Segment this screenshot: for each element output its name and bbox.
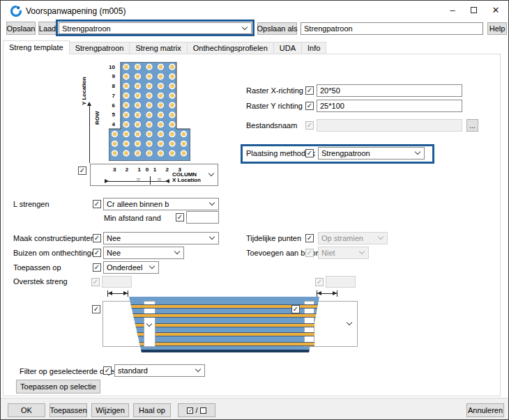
bestandsnaam-input bbox=[317, 119, 462, 132]
save-button[interactable]: Opslaan bbox=[6, 22, 36, 35]
strand-dot bbox=[181, 132, 187, 137]
pattern-checkbox[interactable] bbox=[78, 166, 86, 175]
tijdelijke-value: Op stramien bbox=[321, 234, 363, 242]
toggle-separator: / bbox=[195, 406, 197, 414]
tab-strip: Streng template Strengpatroon Streng mat… bbox=[3, 40, 326, 54]
l-strengen-checkbox[interactable] bbox=[93, 200, 101, 208]
maximize-icon[interactable] bbox=[464, 1, 483, 19]
preset-combobox[interactable]: Strengpatroon bbox=[59, 22, 252, 34]
min-afstand-input[interactable] bbox=[186, 211, 219, 224]
chevron-down-icon bbox=[347, 320, 352, 325]
browse-button[interactable]: ... bbox=[466, 119, 478, 132]
help-button[interactable]: Help bbox=[487, 22, 507, 35]
save-as-input[interactable]: Strengpatroon bbox=[301, 22, 483, 35]
strand-dot bbox=[158, 132, 164, 137]
toepassen-op-checkbox[interactable] bbox=[93, 263, 101, 272]
tab-info[interactable]: Info bbox=[301, 42, 326, 54]
strand-layer bbox=[304, 304, 314, 309]
toepassen-op-combobox[interactable]: Onderdeel bbox=[103, 261, 159, 274]
strand-layer bbox=[129, 342, 319, 346]
strand-dot bbox=[135, 84, 141, 89]
checked-box-icon bbox=[187, 407, 193, 414]
preset-combobox-value: Strengpatroon bbox=[62, 24, 111, 33]
l-strengen-combobox[interactable]: Cr alleen binnen b bbox=[103, 198, 219, 210]
raster-x-input[interactable]: 20*50 bbox=[317, 84, 462, 97]
raster-x-label: Raster X-richting bbox=[246, 86, 303, 95]
buizen-checkbox[interactable] bbox=[93, 249, 101, 257]
get-button[interactable]: Haal op bbox=[133, 403, 171, 417]
strand-dot bbox=[146, 102, 152, 108]
strand-dot bbox=[146, 141, 152, 146]
toggle-checkboxes-button[interactable]: / bbox=[178, 403, 215, 417]
filter-checkbox[interactable] bbox=[103, 366, 112, 375]
cancel-button[interactable]: Annuleren bbox=[466, 403, 504, 417]
raster-y-checkbox[interactable] bbox=[305, 102, 314, 110]
column-pattern-combobox[interactable]: 3 2 1 0 1 2 3 COLUMN X Location bbox=[90, 164, 218, 186]
buizen-value: Nee bbox=[107, 249, 121, 257]
dimension-arrow-right-icon bbox=[317, 290, 337, 297]
strand-dot bbox=[146, 93, 152, 99]
ok-button[interactable]: OK bbox=[8, 403, 45, 417]
strand-dot bbox=[146, 112, 152, 118]
load-button[interactable]: Laad bbox=[38, 22, 56, 35]
strand-dot bbox=[135, 102, 141, 108]
strand-dot bbox=[158, 122, 164, 127]
overstek-right-checkbox bbox=[315, 278, 324, 286]
strand-dot bbox=[123, 84, 129, 89]
plaatsing-combobox[interactable]: Strengpatroon bbox=[318, 147, 425, 160]
overstek-label: Overstek streng bbox=[13, 277, 68, 286]
tab-onthechtingsprofielen[interactable]: Onthechtingsprofielen bbox=[187, 42, 274, 54]
buizen-label: Buizen om onthechtingen bbox=[13, 249, 100, 258]
overstek-right-input bbox=[326, 276, 356, 288]
min-afstand-label: Min afstand rand bbox=[104, 214, 161, 223]
toevoegen-value: Niet bbox=[321, 249, 335, 257]
beam-inner-checkbox[interactable] bbox=[291, 305, 300, 313]
min-afstand-checkbox[interactable] bbox=[176, 213, 184, 221]
strand-dot bbox=[146, 84, 152, 89]
strand-dot bbox=[112, 150, 118, 156]
x-axis-label: X Location bbox=[172, 177, 201, 183]
filter-combobox[interactable]: standard bbox=[114, 364, 205, 377]
strand-dot bbox=[181, 141, 187, 146]
strand-dot bbox=[123, 64, 129, 70]
apply-to-selection-button[interactable]: Toepassen op selectie bbox=[16, 380, 100, 394]
strand-dot bbox=[169, 84, 175, 89]
plaatsing-value: Strengpatroon bbox=[321, 149, 370, 157]
title-bar[interactable]: Voorspanwapening (m005) – ✕ bbox=[1, 1, 508, 21]
buizen-combobox[interactable]: Nee bbox=[103, 247, 184, 259]
tab-uda[interactable]: UDA bbox=[273, 42, 302, 54]
strand-layer bbox=[144, 304, 155, 309]
l-strengen-label: L strengen bbox=[13, 200, 50, 209]
toevoegen-beton-checkbox bbox=[305, 249, 314, 257]
tijdelijke-punten-checkbox[interactable] bbox=[305, 234, 314, 242]
strand-dot bbox=[135, 122, 141, 127]
save-as-button[interactable]: Opslaan als bbox=[257, 22, 297, 35]
chevron-down-icon bbox=[415, 149, 420, 155]
strand-dot bbox=[123, 132, 129, 137]
strand-dot bbox=[169, 141, 175, 146]
maak-constructiepunten-checkbox[interactable] bbox=[93, 234, 101, 242]
strand-dot bbox=[135, 141, 141, 146]
close-icon[interactable]: ✕ bbox=[486, 1, 506, 19]
modify-button[interactable]: Wijzigen bbox=[91, 403, 129, 417]
tab-strengpatroon[interactable]: Strengpatroon bbox=[69, 42, 130, 54]
spacing-mark-icon bbox=[137, 178, 140, 179]
tab-streng-template[interactable]: Streng template bbox=[3, 40, 70, 54]
strand-dot bbox=[123, 112, 129, 118]
raster-x-checkbox[interactable] bbox=[305, 86, 314, 95]
beam-row-checkbox[interactable] bbox=[92, 305, 100, 313]
strand-dot bbox=[169, 150, 175, 156]
chevron-down-icon bbox=[195, 366, 201, 372]
strand-layer bbox=[304, 323, 314, 327]
maak-constructiepunten-combobox[interactable]: Nee bbox=[103, 232, 219, 244]
dimension-arrow-left-icon bbox=[107, 290, 128, 297]
minimize-icon[interactable]: – bbox=[443, 1, 462, 19]
tab-streng-matrix[interactable]: Streng matrix bbox=[129, 42, 187, 54]
strand-dot bbox=[135, 112, 141, 118]
strand-dot bbox=[146, 122, 152, 127]
raster-y-input[interactable]: 25*100 bbox=[317, 100, 462, 112]
plaatsing-checkbox[interactable] bbox=[305, 149, 314, 157]
apply-button[interactable]: Toepassen bbox=[50, 403, 87, 417]
strand-dot bbox=[123, 74, 129, 79]
strand-dot bbox=[146, 150, 152, 156]
